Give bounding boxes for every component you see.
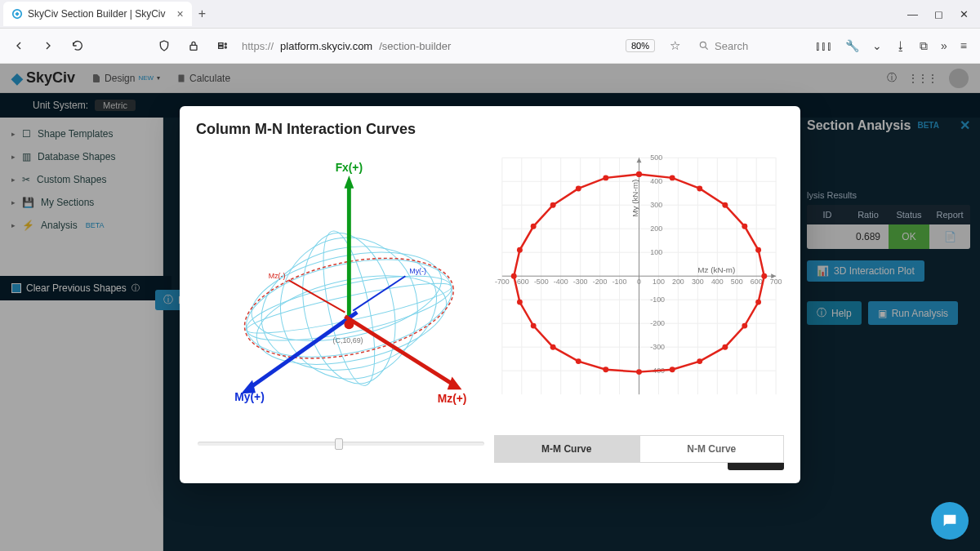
pocket-icon[interactable]: ⌄ <box>872 39 882 53</box>
back-icon[interactable] <box>8 35 29 56</box>
svg-text:300: 300 <box>692 278 704 286</box>
svg-rect-3 <box>219 47 223 49</box>
search-box[interactable]: Search <box>698 40 807 52</box>
browser-toolbar: https://platform.skyciv.com/section-buil… <box>0 29 980 64</box>
close-window-icon[interactable]: ✕ <box>960 8 969 20</box>
svg-text:My(-): My(-) <box>409 267 426 275</box>
svg-point-108 <box>550 202 556 208</box>
shield-icon[interactable] <box>154 35 175 56</box>
svg-point-90 <box>722 202 728 208</box>
chat-icon[interactable] <box>931 502 969 540</box>
new-tab-button[interactable]: + <box>198 7 206 21</box>
svg-text:-500: -500 <box>534 278 549 286</box>
svg-rect-1 <box>190 45 197 50</box>
svg-text:-300: -300 <box>650 343 665 351</box>
svg-rect-2 <box>219 43 223 46</box>
minimize-icon[interactable]: — <box>907 8 918 20</box>
address-bar[interactable]: https://platform.skyciv.com/section-buil… <box>242 40 609 52</box>
3d-slider[interactable] <box>198 442 484 446</box>
modal-title: Column M-N Interaction Curves <box>196 121 784 138</box>
reload-icon[interactable] <box>67 35 88 56</box>
svg-text:500: 500 <box>731 278 743 286</box>
svg-point-99 <box>636 369 642 375</box>
url-path: /section-builder <box>379 40 451 52</box>
overflow-icon[interactable]: » <box>941 39 947 53</box>
svg-point-103 <box>531 323 537 329</box>
forward-icon[interactable] <box>38 35 59 56</box>
svg-text:200: 200 <box>672 278 684 286</box>
page-root: ◆ SkyCiv Design NEW ▾ Calculate ⓘ ⋮⋮⋮ Un… <box>0 64 980 551</box>
mm-curve-chart[interactable]: -700-600-500-400-300-200-100010020030040… <box>494 149 784 427</box>
svg-point-98 <box>670 367 675 372</box>
svg-text:-100: -100 <box>612 278 627 286</box>
svg-point-94 <box>755 300 761 305</box>
svg-text:500: 500 <box>650 153 662 162</box>
3d-plot[interactable]: Fx(+) My(+) My(-) Mz(+) Mz(-) (C,10,69) <box>196 149 486 427</box>
svg-text:-300: -300 <box>573 278 588 286</box>
svg-point-102 <box>550 344 556 350</box>
svg-point-101 <box>576 358 581 364</box>
maximize-icon[interactable]: ◻ <box>934 8 943 20</box>
svg-text:200: 200 <box>650 224 662 233</box>
close-icon[interactable]: × <box>177 7 184 20</box>
svg-text:700: 700 <box>770 278 782 286</box>
svg-point-100 <box>603 367 608 372</box>
devtools-icon[interactable]: 🔧 <box>845 39 859 53</box>
svg-text:100: 100 <box>650 248 662 256</box>
svg-text:Fx(+): Fx(+) <box>336 162 363 174</box>
svg-point-107 <box>531 224 537 229</box>
svg-text:My (kN-m): My (kN-m) <box>630 180 639 217</box>
tab-mm-curve[interactable]: M-M Curve <box>494 435 639 463</box>
svg-text:-700: -700 <box>495 278 510 286</box>
svg-text:-200: -200 <box>593 278 608 286</box>
svg-text:My(+): My(+) <box>234 391 264 403</box>
svg-text:-400: -400 <box>554 278 568 286</box>
svg-text:100: 100 <box>653 278 665 286</box>
svg-marker-83 <box>637 158 642 162</box>
svg-text:600: 600 <box>751 278 763 286</box>
svg-point-106 <box>517 247 523 253</box>
svg-point-88 <box>670 175 675 180</box>
svg-point-5 <box>225 47 226 48</box>
bookmark-icon[interactable]: ☆ <box>670 38 680 53</box>
library-icon[interactable]: ⫿⫿⫿ <box>815 39 832 53</box>
url-host: platform.skyciv.com <box>280 40 372 52</box>
svg-point-111 <box>636 171 642 177</box>
browser-tab[interactable]: SkyCiv Section Builder | SkyCiv × <box>3 2 192 26</box>
download-icon[interactable]: ⭳ <box>895 39 906 53</box>
tab-title: SkyCiv Section Builder | SkyCiv <box>28 8 166 20</box>
search-placeholder: Search <box>715 40 748 52</box>
interaction-curves-modal: Column M-N Interaction Curves <box>180 106 800 483</box>
svg-text:Mz(+): Mz(+) <box>438 393 467 405</box>
svg-text:-200: -200 <box>650 319 665 327</box>
svg-text:400: 400 <box>650 177 662 185</box>
svg-point-104 <box>517 300 523 305</box>
svg-point-110 <box>603 175 608 180</box>
svg-point-31 <box>344 319 354 329</box>
svg-text:Mz(-): Mz(-) <box>269 272 286 280</box>
svg-point-93 <box>761 273 767 279</box>
svg-point-97 <box>697 358 702 364</box>
svg-point-6 <box>700 42 706 47</box>
lock-icon[interactable] <box>183 35 204 56</box>
svg-marker-19 <box>344 176 354 189</box>
browser-tabstrip: SkyCiv Section Builder | SkyCiv × + — ◻ … <box>0 0 980 29</box>
svg-text:(C,10,69): (C,10,69) <box>333 336 363 344</box>
slider-thumb[interactable] <box>335 438 343 450</box>
svg-point-4 <box>225 43 226 45</box>
svg-text:300: 300 <box>650 201 662 209</box>
tab-nm-curve[interactable]: N-M Curve <box>639 435 785 463</box>
tab-favicon <box>11 8 23 20</box>
zoom-badge[interactable]: 80% <box>626 39 655 52</box>
url-prefix: https:// <box>242 40 274 52</box>
svg-text:-100: -100 <box>650 295 665 304</box>
svg-point-109 <box>576 185 581 191</box>
svg-text:400: 400 <box>711 278 724 286</box>
svg-text:Mz (kN-m): Mz (kN-m) <box>697 265 735 274</box>
open-external-icon[interactable]: ⧉ <box>920 39 928 53</box>
svg-point-89 <box>697 185 702 191</box>
permissions-icon[interactable] <box>212 35 234 56</box>
svg-point-91 <box>742 224 747 229</box>
svg-point-92 <box>755 247 761 253</box>
menu-icon[interactable]: ≡ <box>960 39 967 53</box>
